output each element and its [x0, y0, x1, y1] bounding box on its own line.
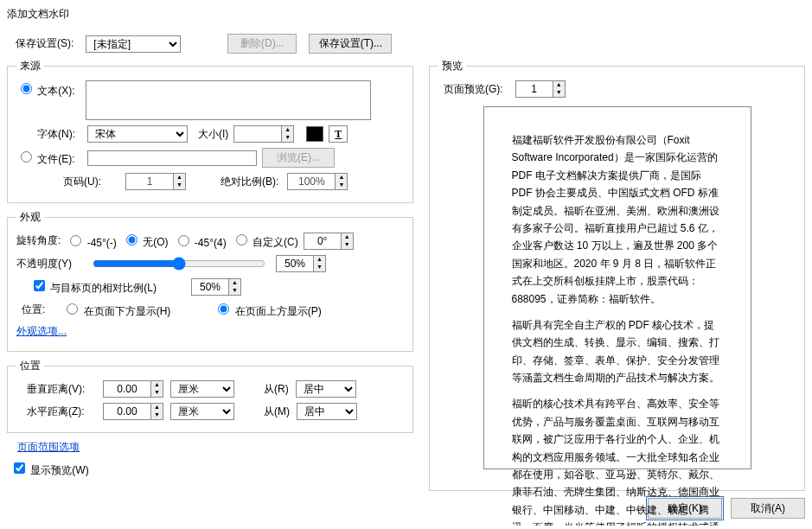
position-label: 位置: [22, 303, 45, 317]
rot-none-radio[interactable]: 无(O) [122, 232, 169, 250]
vert-from-label: 从(R) [264, 382, 289, 397]
underline-icon[interactable]: T [329, 125, 348, 143]
position-group: 位置 垂直距离(V): ▲▼ 厘米 从(R) 居中 水平距离(Z): ▲▼ 厘米… [7, 359, 413, 433]
preview-paragraph: 福建福昕软件开发股份有限公司（Foxit Software Incorporat… [512, 131, 723, 308]
size-label: 大小(I) [198, 127, 228, 142]
page-range-options-link[interactable]: 页面范围选项 [17, 441, 80, 453]
page-preview-spinner[interactable]: ▲▼ [515, 80, 566, 98]
file-radio[interactable]: 文件(E): [16, 149, 82, 167]
vert-from-select[interactable]: 居中 [296, 380, 356, 398]
horiz-spinner[interactable]: ▲▼ [103, 403, 163, 420]
rel-scale-spinner[interactable]: ▲▼ [191, 278, 241, 296]
color-swatch[interactable] [306, 126, 323, 142]
page-label: 页码(U): [63, 175, 117, 189]
abs-scale-label: 绝对比例(B): [221, 175, 278, 189]
appearance-options-link[interactable]: 外观选项... [16, 324, 67, 339]
opacity-slider[interactable] [93, 257, 265, 271]
pos-above-radio[interactable]: 在页面上方显示(P) [214, 301, 321, 319]
cancel-button[interactable]: 取消(A) [731, 498, 805, 519]
rot-pos45-radio[interactable]: -45°(4) [174, 233, 227, 249]
save-settings-button[interactable]: 保存设置(T)... [309, 34, 392, 54]
abs-scale-spinner[interactable]: ▲▼ [287, 173, 348, 190]
vert-unit-select[interactable]: 厘米 [170, 380, 234, 398]
pos-below-radio[interactable]: 在页面下方显示(H) [62, 301, 170, 319]
font-label: 字体(N): [37, 127, 82, 142]
appearance-group: 外观 旋转角度: -45°(-) 无(O) -45°(4) 自定义(C) ▲▼ … [7, 210, 413, 352]
rotation-label: 旋转角度: [16, 233, 61, 248]
delete-button[interactable]: 删除(D)... [227, 34, 297, 54]
opacity-label: 不透明度(Y) [16, 257, 82, 271]
appearance-legend: 外观 [16, 210, 44, 225]
rel-scale-check[interactable]: 与目标页的相对比例(L) [30, 277, 157, 296]
save-settings-select[interactable]: [未指定] [86, 35, 181, 53]
show-preview-check[interactable]: 显示预览(W) [10, 464, 89, 476]
preview-page: 福建福昕软件开发股份有限公司（Foxit Software Incorporat… [483, 106, 751, 469]
horiz-label: 水平距离(Z): [27, 405, 96, 419]
preview-paragraph: 福昕的核心技术具有跨平台、高效率、安全等优势，产品与服务覆盖桌面、互联网与移动互… [512, 395, 723, 526]
page-spinner[interactable]: ▲▼ [125, 173, 186, 190]
save-settings-label: 保存设置(S): [16, 36, 74, 51]
preview-paragraph: 福昕具有完全自主产权的 PDF 核心技术，提供文档的生成、转换、显示、编辑、搜索… [512, 316, 723, 387]
file-input[interactable] [87, 150, 257, 166]
source-group: 来源 文本(X): 字体(N): 宋体 大小(I) ▲▼ T 文件(E): 浏览… [7, 59, 413, 203]
size-spinner[interactable]: ▲▼ [233, 125, 294, 143]
vert-spinner[interactable]: ▲▼ [103, 380, 163, 398]
vert-label: 垂直距离(V): [27, 382, 96, 397]
rot-neg45-radio[interactable]: -45°(-) [66, 233, 116, 249]
dialog-title: 添加文档水印 [7, 7, 805, 22]
font-select[interactable]: 宋体 [87, 125, 188, 143]
text-radio[interactable]: 文本(X): [16, 80, 86, 99]
preview-group: 预览 页面预览(G): ▲▼ 福建福昕软件开发股份有限公司（Foxit Soft… [429, 59, 805, 491]
browse-button[interactable]: 浏览(E)... [262, 148, 335, 168]
opacity-spinner[interactable]: ▲▼ [276, 255, 326, 272]
rotation-spinner[interactable]: ▲▼ [304, 233, 354, 250]
source-legend: 来源 [16, 59, 44, 73]
horiz-from-select[interactable]: 居中 [297, 403, 357, 420]
page-preview-label: 页面预览(G): [444, 82, 503, 97]
preview-legend: 预览 [438, 59, 466, 73]
horiz-from-label: 从(M) [264, 405, 290, 419]
text-input[interactable] [86, 80, 371, 120]
rot-custom-radio[interactable]: 自定义(C) [232, 232, 298, 250]
horiz-unit-select[interactable]: 厘米 [170, 403, 234, 420]
position-legend: 位置 [16, 359, 44, 373]
